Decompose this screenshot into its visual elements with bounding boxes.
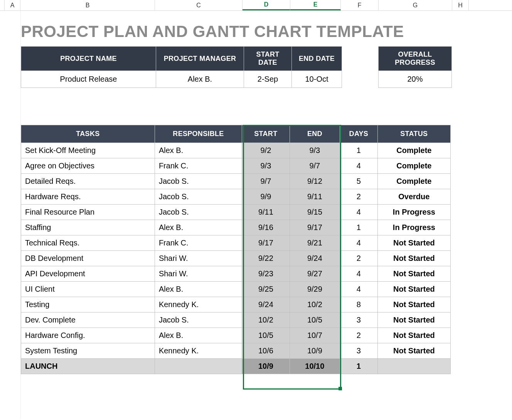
column-header-G[interactable]: G — [379, 0, 452, 10]
end-cell[interactable]: 10/2 — [290, 297, 340, 312]
column-header-D[interactable]: D — [243, 0, 290, 10]
responsible-cell[interactable]: Jacob S. — [155, 174, 242, 189]
task-cell[interactable]: System Testing — [21, 343, 155, 359]
task-cell[interactable]: Technical Reqs. — [21, 235, 155, 251]
responsible-cell[interactable]: Frank C. — [155, 158, 242, 174]
task-cell[interactable]: UI Client — [21, 282, 155, 297]
status-cell[interactable]: Not Started — [377, 312, 450, 328]
status-cell[interactable]: Not Started — [377, 251, 450, 266]
status-cell[interactable]: Not Started — [377, 282, 450, 297]
days-cell[interactable]: 5 — [340, 174, 378, 189]
days-cell[interactable]: 4 — [340, 158, 378, 174]
info-value-manager[interactable]: Alex B. — [156, 71, 244, 88]
start-cell[interactable]: 9/9 — [242, 189, 290, 205]
end-cell[interactable]: 9/12 — [290, 174, 340, 189]
days-cell[interactable]: 1 — [340, 143, 378, 158]
task-cell[interactable]: Agree on Objectives — [21, 158, 155, 174]
info-value-name[interactable]: Product Release — [21, 71, 156, 88]
responsible-cell[interactable]: Jacob S. — [155, 189, 242, 205]
responsible-cell[interactable]: Shari W. — [155, 266, 242, 282]
task-cell[interactable]: Staffing — [21, 220, 155, 235]
start-cell[interactable]: 9/25 — [242, 282, 290, 297]
status-cell[interactable]: Not Started — [377, 328, 450, 343]
responsible-cell[interactable]: Alex B. — [155, 282, 242, 297]
info-value-end[interactable]: 10-Oct — [292, 71, 342, 88]
start-cell[interactable]: 9/3 — [242, 158, 290, 174]
status-cell[interactable]: Complete — [377, 143, 450, 158]
start-cell[interactable]: 9/17 — [242, 235, 290, 251]
task-cell[interactable]: Detailed Reqs. — [21, 174, 155, 189]
column-header-F[interactable]: F — [341, 0, 379, 10]
days-cell[interactable]: 1 — [340, 359, 378, 374]
task-cell[interactable]: Final Resource Plan — [21, 205, 155, 220]
days-cell[interactable]: 1 — [340, 220, 378, 235]
status-cell[interactable]: Not Started — [377, 343, 450, 359]
end-cell[interactable]: 9/27 — [290, 266, 340, 282]
start-cell[interactable]: 9/16 — [242, 220, 290, 235]
task-cell[interactable]: Hardware Reqs. — [21, 189, 155, 205]
status-cell[interactable]: In Progress — [377, 205, 450, 220]
responsible-cell[interactable]: Jacob S. — [155, 205, 242, 220]
start-cell[interactable]: 10/5 — [242, 328, 290, 343]
end-cell[interactable]: 9/15 — [290, 205, 340, 220]
column-header-C[interactable]: C — [155, 0, 243, 10]
start-cell[interactable]: 9/11 — [242, 205, 290, 220]
days-cell[interactable]: 2 — [340, 251, 378, 266]
responsible-cell[interactable] — [155, 359, 242, 374]
days-cell[interactable]: 2 — [340, 328, 378, 343]
status-cell[interactable]: Not Started — [377, 297, 450, 312]
task-cell[interactable]: API Development — [21, 266, 155, 282]
task-cell[interactable]: DB Development — [21, 251, 155, 266]
end-cell[interactable]: 10/9 — [290, 343, 340, 359]
start-cell[interactable]: 9/2 — [242, 143, 290, 158]
end-cell[interactable]: 9/17 — [290, 220, 340, 235]
task-cell[interactable]: Set Kick-Off Meeting — [21, 143, 155, 158]
column-header-A[interactable]: A — [5, 0, 20, 10]
status-cell[interactable]: Complete — [377, 158, 450, 174]
end-cell[interactable]: 9/24 — [290, 251, 340, 266]
responsible-cell[interactable]: Alex B. — [155, 220, 242, 235]
responsible-cell[interactable]: Kennedy K. — [155, 343, 242, 359]
responsible-cell[interactable]: Kennedy K. — [155, 297, 242, 312]
status-cell[interactable]: In Progress — [377, 220, 450, 235]
responsible-cell[interactable]: Frank C. — [155, 235, 242, 251]
status-cell[interactable]: Overdue — [377, 189, 450, 205]
task-cell[interactable]: LAUNCH — [21, 359, 155, 374]
status-cell[interactable]: Not Started — [377, 235, 450, 251]
start-cell[interactable]: 10/6 — [242, 343, 290, 359]
start-cell[interactable]: 9/7 — [242, 174, 290, 189]
start-cell[interactable]: 10/9 — [242, 359, 290, 374]
end-cell[interactable]: 9/3 — [290, 143, 340, 158]
days-cell[interactable]: 2 — [340, 189, 378, 205]
end-cell[interactable]: 10/10 — [290, 359, 340, 374]
end-cell[interactable]: 10/5 — [290, 312, 340, 328]
task-cell[interactable]: Hardware Config. — [21, 328, 155, 343]
end-cell[interactable]: 9/29 — [290, 282, 340, 297]
column-header-H[interactable]: H — [452, 0, 469, 10]
start-cell[interactable]: 10/2 — [242, 312, 290, 328]
status-cell[interactable]: Not Started — [377, 266, 450, 282]
task-cell[interactable]: Testing — [21, 297, 155, 312]
start-cell[interactable]: 9/24 — [242, 297, 290, 312]
column-header-B[interactable]: B — [20, 0, 155, 10]
days-cell[interactable]: 3 — [340, 343, 378, 359]
days-cell[interactable]: 3 — [340, 312, 378, 328]
end-cell[interactable]: 9/21 — [290, 235, 340, 251]
responsible-cell[interactable]: Alex B. — [155, 328, 242, 343]
days-cell[interactable]: 4 — [340, 282, 378, 297]
end-cell[interactable]: 9/11 — [290, 189, 340, 205]
responsible-cell[interactable]: Jacob S. — [155, 312, 242, 328]
days-cell[interactable]: 4 — [340, 205, 378, 220]
status-cell[interactable] — [377, 359, 450, 374]
days-cell[interactable]: 8 — [340, 297, 378, 312]
task-cell[interactable]: Dev. Complete — [21, 312, 155, 328]
progress-value[interactable]: 20% — [379, 71, 452, 88]
responsible-cell[interactable]: Shari W. — [155, 251, 242, 266]
status-cell[interactable]: Complete — [377, 174, 450, 189]
end-cell[interactable]: 10/7 — [290, 328, 340, 343]
column-header-E[interactable]: E — [290, 0, 341, 10]
selection-fill-handle[interactable] — [339, 387, 342, 390]
responsible-cell[interactable]: Alex B. — [155, 143, 242, 158]
days-cell[interactable]: 4 — [340, 235, 378, 251]
days-cell[interactable]: 4 — [340, 266, 378, 282]
